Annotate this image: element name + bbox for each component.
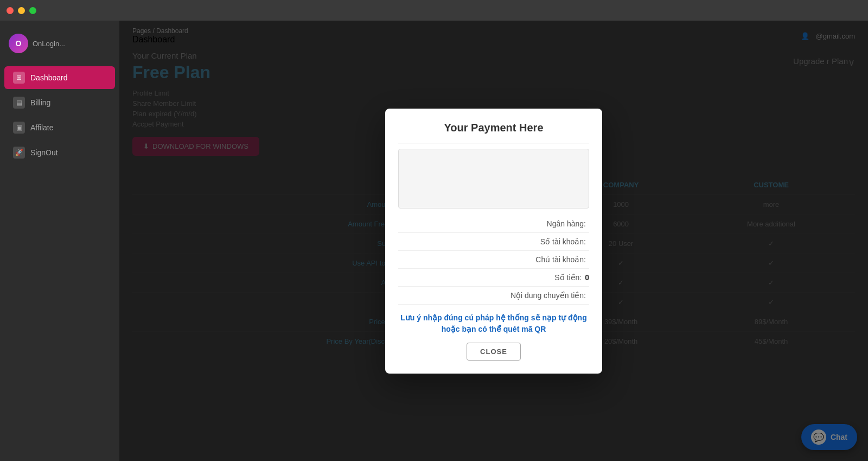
modal-title: Your Payment Here [398,122,589,134]
close-btn[interactable] [7,7,14,14]
modal-divider [398,143,589,143]
sidebar-label-affiliate: Affilate [30,123,54,132]
account-number-label: Số tài khoản: [540,237,586,246]
sidebar-item-billing[interactable]: ▤ Billing [4,91,115,114]
sidebar-label-billing: Billing [30,98,50,107]
modal-overlay: Your Payment Here Ngân hàng: Số tài khoả… [119,21,868,461]
logo-icon: O [9,34,28,53]
account-owner-label: Chủ tài khoản: [535,255,586,264]
affiliate-icon: ▣ [13,122,25,134]
sidebar: O OnLogin... ⊞ Dashboard ▤ Billing ▣ Aff… [0,21,119,461]
modal-account-owner-row: Chủ tài khoản: [398,251,589,269]
payment-modal: Your Payment Here Ngân hàng: Số tài khoả… [385,109,602,374]
modal-bank-row: Ngân hàng: [398,215,589,233]
main-content: Pages / Dashboard Dashboard 👤 @gmail.com… [119,21,868,461]
transfer-content-label: Nội dung chuyển tiền: [510,291,586,300]
amount-value: 0 [585,273,589,282]
sidebar-item-signout[interactable]: 🚀 SignOut [4,141,115,164]
modal-amount-row: Số tiền: 0 [398,269,589,287]
billing-icon: ▤ [13,97,25,109]
sidebar-label-signout: SignOut [30,148,58,157]
sidebar-label-dashboard: Dashboard [30,73,68,82]
app-container: O OnLogin... ⊞ Dashboard ▤ Billing ▣ Aff… [0,21,868,461]
titlebar [0,0,868,21]
sidebar-item-dashboard[interactable]: ⊞ Dashboard [4,66,115,89]
modal-transfer-content-row: Nội dung chuyển tiền: [398,287,589,305]
modal-qr-image [398,149,589,209]
sidebar-logo: O OnLogin... [0,29,119,64]
modal-note: Lưu ý nhập đúng cú pháp hệ thống sẽ nạp … [398,312,589,335]
sidebar-item-affiliate[interactable]: ▣ Affilate [4,116,115,139]
signout-icon: 🚀 [13,147,25,159]
minimize-btn[interactable] [18,7,25,14]
modal-account-number-row: Số tài khoản: [398,233,589,251]
maximize-btn[interactable] [29,7,36,14]
modal-close-button[interactable]: CLOSE [467,343,521,361]
logo-text: OnLogin... [33,40,65,48]
dashboard-icon: ⊞ [13,72,25,84]
amount-label: Số tiền: [554,273,582,282]
bank-label: Ngân hàng: [547,219,586,228]
